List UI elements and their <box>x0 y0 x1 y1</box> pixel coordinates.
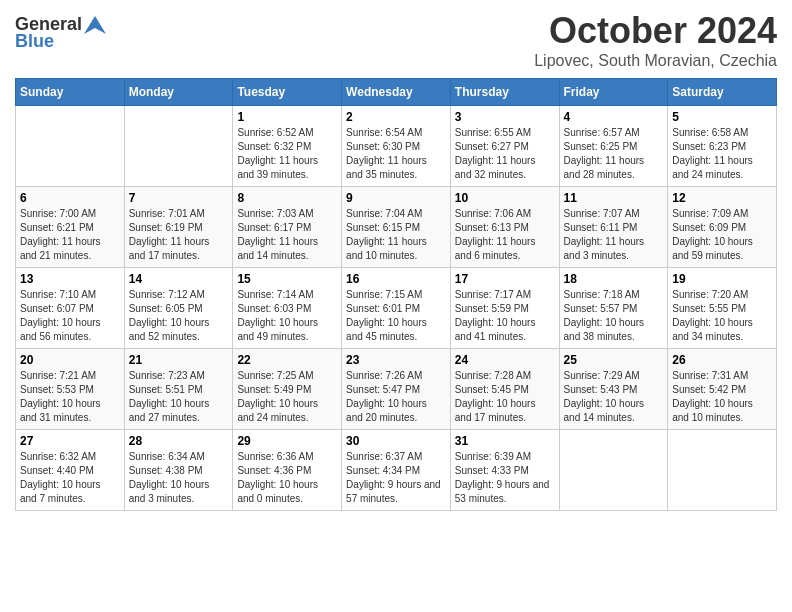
day-info: Sunrise: 7:09 AM Sunset: 6:09 PM Dayligh… <box>672 207 772 263</box>
calendar-cell: 8Sunrise: 7:03 AM Sunset: 6:17 PM Daylig… <box>233 187 342 268</box>
calendar-cell: 24Sunrise: 7:28 AM Sunset: 5:45 PM Dayli… <box>450 349 559 430</box>
day-number: 12 <box>672 191 772 205</box>
day-number: 30 <box>346 434 446 448</box>
day-number: 1 <box>237 110 337 124</box>
day-number: 27 <box>20 434 120 448</box>
calendar-cell: 11Sunrise: 7:07 AM Sunset: 6:11 PM Dayli… <box>559 187 668 268</box>
day-number: 19 <box>672 272 772 286</box>
weekday-header-cell: Thursday <box>450 79 559 106</box>
day-info: Sunrise: 6:57 AM Sunset: 6:25 PM Dayligh… <box>564 126 664 182</box>
day-info: Sunrise: 6:32 AM Sunset: 4:40 PM Dayligh… <box>20 450 120 506</box>
day-info: Sunrise: 7:10 AM Sunset: 6:07 PM Dayligh… <box>20 288 120 344</box>
weekday-header-row: SundayMondayTuesdayWednesdayThursdayFrid… <box>16 79 777 106</box>
calendar-cell: 1Sunrise: 6:52 AM Sunset: 6:32 PM Daylig… <box>233 106 342 187</box>
day-number: 16 <box>346 272 446 286</box>
location-title: Lipovec, South Moravian, Czechia <box>534 52 777 70</box>
day-number: 9 <box>346 191 446 205</box>
day-number: 23 <box>346 353 446 367</box>
calendar-cell <box>668 430 777 511</box>
day-info: Sunrise: 7:17 AM Sunset: 5:59 PM Dayligh… <box>455 288 555 344</box>
day-number: 29 <box>237 434 337 448</box>
calendar-cell: 26Sunrise: 7:31 AM Sunset: 5:42 PM Dayli… <box>668 349 777 430</box>
day-number: 6 <box>20 191 120 205</box>
day-number: 11 <box>564 191 664 205</box>
calendar-cell: 5Sunrise: 6:58 AM Sunset: 6:23 PM Daylig… <box>668 106 777 187</box>
calendar-cell: 7Sunrise: 7:01 AM Sunset: 6:19 PM Daylig… <box>124 187 233 268</box>
calendar-cell: 25Sunrise: 7:29 AM Sunset: 5:43 PM Dayli… <box>559 349 668 430</box>
day-number: 26 <box>672 353 772 367</box>
calendar-body: 1Sunrise: 6:52 AM Sunset: 6:32 PM Daylig… <box>16 106 777 511</box>
day-number: 13 <box>20 272 120 286</box>
day-info: Sunrise: 7:01 AM Sunset: 6:19 PM Dayligh… <box>129 207 229 263</box>
calendar-cell: 21Sunrise: 7:23 AM Sunset: 5:51 PM Dayli… <box>124 349 233 430</box>
day-info: Sunrise: 7:06 AM Sunset: 6:13 PM Dayligh… <box>455 207 555 263</box>
day-info: Sunrise: 6:36 AM Sunset: 4:36 PM Dayligh… <box>237 450 337 506</box>
calendar-cell: 28Sunrise: 6:34 AM Sunset: 4:38 PM Dayli… <box>124 430 233 511</box>
day-number: 22 <box>237 353 337 367</box>
calendar-cell: 16Sunrise: 7:15 AM Sunset: 6:01 PM Dayli… <box>342 268 451 349</box>
logo: General Blue <box>15 14 106 52</box>
day-number: 2 <box>346 110 446 124</box>
month-title: October 2024 <box>534 10 777 52</box>
calendar-cell: 3Sunrise: 6:55 AM Sunset: 6:27 PM Daylig… <box>450 106 559 187</box>
calendar-cell: 22Sunrise: 7:25 AM Sunset: 5:49 PM Dayli… <box>233 349 342 430</box>
day-info: Sunrise: 6:54 AM Sunset: 6:30 PM Dayligh… <box>346 126 446 182</box>
day-info: Sunrise: 7:25 AM Sunset: 5:49 PM Dayligh… <box>237 369 337 425</box>
day-number: 28 <box>129 434 229 448</box>
day-info: Sunrise: 7:14 AM Sunset: 6:03 PM Dayligh… <box>237 288 337 344</box>
day-info: Sunrise: 6:37 AM Sunset: 4:34 PM Dayligh… <box>346 450 446 506</box>
day-info: Sunrise: 7:04 AM Sunset: 6:15 PM Dayligh… <box>346 207 446 263</box>
day-info: Sunrise: 7:21 AM Sunset: 5:53 PM Dayligh… <box>20 369 120 425</box>
day-number: 14 <box>129 272 229 286</box>
day-info: Sunrise: 6:52 AM Sunset: 6:32 PM Dayligh… <box>237 126 337 182</box>
day-number: 17 <box>455 272 555 286</box>
calendar-week-row: 6Sunrise: 7:00 AM Sunset: 6:21 PM Daylig… <box>16 187 777 268</box>
calendar-cell: 14Sunrise: 7:12 AM Sunset: 6:05 PM Dayli… <box>124 268 233 349</box>
calendar-cell: 9Sunrise: 7:04 AM Sunset: 6:15 PM Daylig… <box>342 187 451 268</box>
calendar-cell: 17Sunrise: 7:17 AM Sunset: 5:59 PM Dayli… <box>450 268 559 349</box>
calendar-cell: 29Sunrise: 6:36 AM Sunset: 4:36 PM Dayli… <box>233 430 342 511</box>
calendar-cell <box>16 106 125 187</box>
day-info: Sunrise: 6:34 AM Sunset: 4:38 PM Dayligh… <box>129 450 229 506</box>
header: General Blue October 2024 Lipovec, South… <box>15 10 777 70</box>
calendar-cell: 20Sunrise: 7:21 AM Sunset: 5:53 PM Dayli… <box>16 349 125 430</box>
day-info: Sunrise: 6:58 AM Sunset: 6:23 PM Dayligh… <box>672 126 772 182</box>
day-info: Sunrise: 7:15 AM Sunset: 6:01 PM Dayligh… <box>346 288 446 344</box>
calendar-cell: 2Sunrise: 6:54 AM Sunset: 6:30 PM Daylig… <box>342 106 451 187</box>
day-info: Sunrise: 7:23 AM Sunset: 5:51 PM Dayligh… <box>129 369 229 425</box>
calendar-cell: 12Sunrise: 7:09 AM Sunset: 6:09 PM Dayli… <box>668 187 777 268</box>
calendar-week-row: 20Sunrise: 7:21 AM Sunset: 5:53 PM Dayli… <box>16 349 777 430</box>
day-number: 18 <box>564 272 664 286</box>
logo-bird-icon <box>84 16 106 34</box>
calendar-cell: 10Sunrise: 7:06 AM Sunset: 6:13 PM Dayli… <box>450 187 559 268</box>
day-info: Sunrise: 7:31 AM Sunset: 5:42 PM Dayligh… <box>672 369 772 425</box>
weekday-header-cell: Saturday <box>668 79 777 106</box>
calendar-cell: 15Sunrise: 7:14 AM Sunset: 6:03 PM Dayli… <box>233 268 342 349</box>
day-number: 7 <box>129 191 229 205</box>
weekday-header-cell: Wednesday <box>342 79 451 106</box>
weekday-header-cell: Monday <box>124 79 233 106</box>
day-info: Sunrise: 7:07 AM Sunset: 6:11 PM Dayligh… <box>564 207 664 263</box>
calendar-week-row: 1Sunrise: 6:52 AM Sunset: 6:32 PM Daylig… <box>16 106 777 187</box>
day-info: Sunrise: 7:28 AM Sunset: 5:45 PM Dayligh… <box>455 369 555 425</box>
day-info: Sunrise: 7:26 AM Sunset: 5:47 PM Dayligh… <box>346 369 446 425</box>
calendar-week-row: 13Sunrise: 7:10 AM Sunset: 6:07 PM Dayli… <box>16 268 777 349</box>
day-info: Sunrise: 7:03 AM Sunset: 6:17 PM Dayligh… <box>237 207 337 263</box>
day-number: 4 <box>564 110 664 124</box>
calendar-cell <box>124 106 233 187</box>
day-info: Sunrise: 6:55 AM Sunset: 6:27 PM Dayligh… <box>455 126 555 182</box>
logo-blue-text: Blue <box>15 31 54 52</box>
day-info: Sunrise: 7:20 AM Sunset: 5:55 PM Dayligh… <box>672 288 772 344</box>
weekday-header-cell: Tuesday <box>233 79 342 106</box>
day-number: 31 <box>455 434 555 448</box>
day-info: Sunrise: 7:29 AM Sunset: 5:43 PM Dayligh… <box>564 369 664 425</box>
day-number: 21 <box>129 353 229 367</box>
day-number: 8 <box>237 191 337 205</box>
calendar-table: SundayMondayTuesdayWednesdayThursdayFrid… <box>15 78 777 511</box>
weekday-header-cell: Friday <box>559 79 668 106</box>
calendar-cell: 13Sunrise: 7:10 AM Sunset: 6:07 PM Dayli… <box>16 268 125 349</box>
day-number: 24 <box>455 353 555 367</box>
calendar-cell: 31Sunrise: 6:39 AM Sunset: 4:33 PM Dayli… <box>450 430 559 511</box>
calendar-cell <box>559 430 668 511</box>
day-info: Sunrise: 7:18 AM Sunset: 5:57 PM Dayligh… <box>564 288 664 344</box>
